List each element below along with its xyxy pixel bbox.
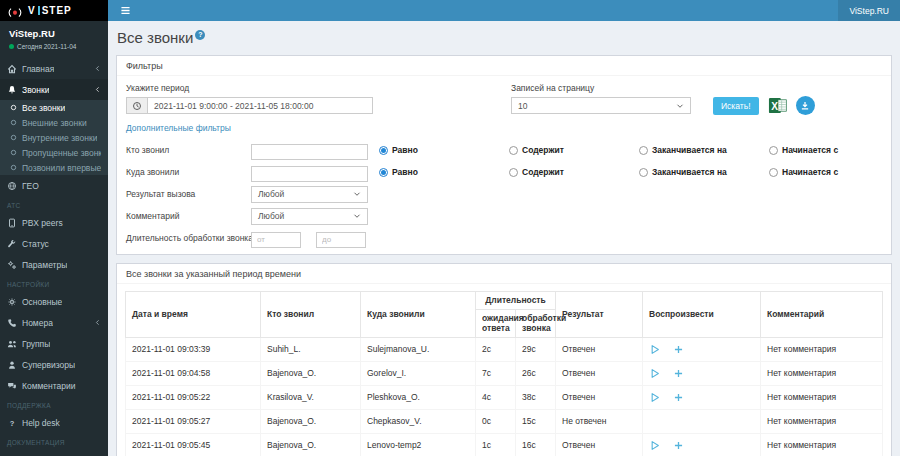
sidebar-item-pbx-peers[interactable]: PBX peers bbox=[0, 212, 108, 233]
sidebar-item-parameters[interactable]: Параметры bbox=[0, 254, 108, 275]
sidebar-menu: ГлавнаяЗвонкиВсе звонкиВнешние звонкиВну… bbox=[0, 58, 108, 456]
gears-icon bbox=[7, 260, 17, 270]
cell-result: Отвечен bbox=[556, 337, 643, 361]
radio-equals[interactable]: Равно bbox=[379, 167, 509, 177]
pbx-icon bbox=[7, 218, 17, 228]
user-menu-button[interactable]: ViStep.RU bbox=[838, 0, 900, 21]
sidebar-item-all-calls[interactable]: Все звонки bbox=[0, 100, 108, 115]
sidebar-item-wiki[interactable]: Wiki bbox=[0, 449, 108, 456]
content: Все звонки? Фильтры Укажите период bbox=[108, 21, 900, 456]
cell-datetime: 2021-11-01 09:03:39 bbox=[126, 337, 261, 361]
cell-wait: 4с bbox=[476, 385, 516, 409]
plus-icon[interactable] bbox=[673, 368, 684, 379]
cell-where: Pleshkova_O. bbox=[361, 385, 476, 409]
download-button[interactable] bbox=[796, 96, 815, 115]
radio-starts-with[interactable]: Начинается с bbox=[769, 167, 899, 177]
who-called-input[interactable] bbox=[251, 144, 368, 160]
plus-icon[interactable] bbox=[673, 440, 684, 451]
question-icon: ? bbox=[7, 418, 17, 428]
radio-ends-with[interactable]: Заканчивается на bbox=[639, 145, 769, 155]
sidebar-item-calls[interactable]: Звонки bbox=[0, 79, 108, 100]
sidebar-item-external-calls[interactable]: Внешние звонки bbox=[0, 115, 108, 130]
chevron-down-icon bbox=[353, 212, 361, 220]
additional-filters-link[interactable]: Дополнительные фильтры bbox=[126, 123, 231, 133]
sidebar-item-comments[interactable]: Комментарии bbox=[0, 375, 108, 396]
per-page-select[interactable]: 10 bbox=[511, 97, 691, 114]
wrench-icon bbox=[7, 239, 17, 249]
col-header-where: Куда звонили bbox=[361, 292, 476, 338]
brand-logo[interactable]: VSTEP bbox=[0, 0, 108, 21]
sidebar-item-label: Статус bbox=[22, 239, 49, 249]
circle-icon bbox=[10, 164, 17, 171]
sidebar-item-status[interactable]: Статус bbox=[0, 233, 108, 254]
play-icon[interactable] bbox=[649, 368, 660, 379]
cell-comment: Нет комментария bbox=[761, 433, 883, 456]
col-header-comment: Комментарий bbox=[761, 292, 883, 338]
sidebar-item-help-desk[interactable]: ?Help desk bbox=[0, 412, 108, 433]
sidebar-item-label: Внешние звонки bbox=[22, 118, 87, 128]
calls-table: Дата и время Кто звонил Куда звонили Дли… bbox=[125, 291, 883, 456]
cell-who: Krasilova_V. bbox=[261, 385, 361, 409]
where-match-options: Равно Содержит Заканчивается на Начинает… bbox=[368, 167, 899, 177]
play-icon[interactable] bbox=[649, 392, 660, 403]
today-date: Сегодня 2021-11-04 bbox=[17, 43, 76, 50]
radio-ends-with[interactable]: Заканчивается на bbox=[639, 167, 769, 177]
circle-icon bbox=[10, 104, 17, 111]
search-button[interactable]: Искать! bbox=[713, 97, 759, 115]
duration-from-input[interactable] bbox=[251, 232, 301, 248]
svg-text:?: ? bbox=[10, 418, 15, 427]
sidebar-item-geo[interactable]: ГЕО bbox=[0, 175, 108, 196]
cell-processing: 26с bbox=[516, 361, 556, 385]
where-called-input[interactable] bbox=[251, 166, 368, 182]
online-status-dot bbox=[9, 44, 14, 49]
sidebar-item-label: Все звонки bbox=[22, 103, 65, 113]
sidebar: VSTEP ViStep.RU Сегодня 2021-11-04 Главн… bbox=[0, 0, 108, 456]
cell-play bbox=[643, 385, 761, 409]
radio-contains[interactable]: Содержит bbox=[509, 145, 639, 155]
brand-icon bbox=[7, 5, 23, 17]
sidebar-section-ats: АТС bbox=[0, 196, 108, 212]
globe-icon bbox=[7, 181, 17, 191]
sidebar-item-missed-calls[interactable]: Пропущенные звонки bbox=[0, 145, 108, 160]
sidebar-item-numbers[interactable]: Номера bbox=[0, 312, 108, 333]
filters-panel-title: Фильтры bbox=[117, 56, 891, 76]
sidebar-item-label: Группы bbox=[22, 339, 50, 349]
sidebar-item-general[interactable]: Основные bbox=[0, 291, 108, 312]
cell-result: Отвечен bbox=[556, 433, 643, 456]
sidebar-toggle-icon[interactable] bbox=[119, 4, 132, 17]
period-input[interactable] bbox=[147, 97, 373, 114]
sidebar-item-groups[interactable]: Группы bbox=[0, 333, 108, 354]
plus-icon[interactable] bbox=[673, 392, 684, 403]
help-icon[interactable]: ? bbox=[195, 30, 205, 40]
sidebar-item-label: Номера bbox=[22, 318, 53, 328]
radio-starts-with[interactable]: Начинается с bbox=[769, 145, 899, 155]
cell-wait: 1с bbox=[476, 433, 516, 456]
excel-export-icon[interactable]: X bbox=[768, 96, 787, 115]
radio-contains[interactable]: Содержит bbox=[509, 167, 639, 177]
circle-icon bbox=[10, 149, 17, 156]
cell-comment: Нет комментария bbox=[761, 337, 883, 361]
play-icon[interactable] bbox=[649, 440, 660, 451]
duration-to-input[interactable] bbox=[316, 232, 366, 248]
cell-who: Bajenova_O. bbox=[261, 433, 361, 456]
play-icon[interactable] bbox=[649, 344, 660, 355]
brand-separator bbox=[38, 6, 40, 15]
sidebar-item-home[interactable]: Главная bbox=[0, 58, 108, 79]
plus-icon[interactable] bbox=[673, 344, 684, 355]
cell-where: Sulejmanova_U. bbox=[361, 337, 476, 361]
who-called-label: Кто звонил bbox=[126, 145, 251, 155]
comment-select[interactable]: Любой bbox=[251, 208, 368, 225]
sidebar-item-first-time-calls[interactable]: Позвонили впервые bbox=[0, 160, 108, 175]
sidebar-item-internal-calls[interactable]: Внутренние звонки bbox=[0, 130, 108, 145]
per-page-label: Записей на страницу bbox=[511, 83, 691, 93]
sidebar-item-label: PBX peers bbox=[22, 218, 63, 228]
col-header-duration-group: Длительность bbox=[476, 292, 556, 310]
sidebar-item-supervisors[interactable]: Супервизоры bbox=[0, 354, 108, 375]
circle-icon bbox=[10, 134, 17, 141]
phone-icon bbox=[7, 318, 17, 328]
cell-comment: Нет комментария bbox=[761, 361, 883, 385]
col-header-wait: ожидания ответа bbox=[476, 309, 516, 337]
sidebar-item-label: Пропущенные звонки bbox=[22, 148, 101, 158]
call-result-select[interactable]: Любой bbox=[251, 186, 368, 203]
radio-equals[interactable]: Равно bbox=[379, 145, 509, 155]
